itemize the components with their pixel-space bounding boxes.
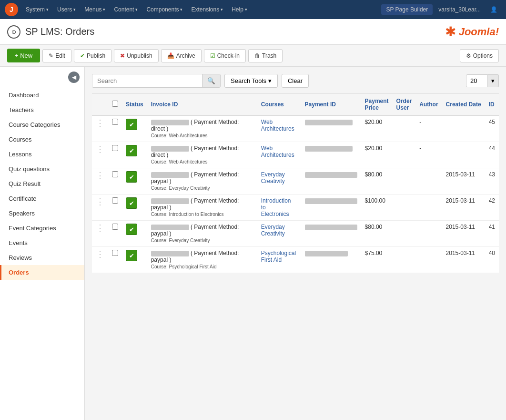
search-input[interactable] [92, 74, 202, 87]
archive-button[interactable]: 📥 Archive [161, 49, 202, 62]
row-checkbox-cell [108, 195, 122, 221]
author-cell: - [415, 142, 442, 168]
payment-price-cell: $80.00 [361, 221, 393, 247]
th-order-user[interactable]: OrderUser [393, 94, 416, 116]
table-row: ⋮ ✔ ( Payment Method: paypal ) Course: P… [92, 247, 499, 273]
row-checkbox[interactable] [112, 171, 118, 177]
trash-button[interactable]: 🗑 Trash [248, 49, 283, 62]
th-id[interactable]: ID [485, 94, 499, 116]
th-payment-id[interactable]: Payment ID [301, 94, 361, 116]
unpublish-button[interactable]: ✖ Unpublish [114, 49, 158, 62]
row-checkbox[interactable] [112, 250, 118, 256]
status-published-icon[interactable]: ✔ [126, 119, 137, 130]
per-page-dropdown-button[interactable]: ▾ [487, 74, 499, 87]
status-published-icon[interactable]: ✔ [126, 250, 137, 261]
sidebar-item-certificate[interactable]: Certificate [0, 191, 84, 206]
drag-handle-cell: ⋮ [92, 115, 108, 142]
sp-page-builder-button[interactable]: SP Page Builder [381, 4, 433, 15]
drag-handle-icon[interactable]: ⋮ [96, 223, 104, 233]
nav-content[interactable]: Content ▾ [110, 4, 142, 15]
drag-handle-icon[interactable]: ⋮ [96, 249, 104, 259]
nav-extensions[interactable]: Extensions ▾ [187, 4, 227, 15]
row-checkbox[interactable] [112, 119, 118, 125]
search-submit-button[interactable]: 🔍 [202, 74, 220, 87]
sidebar-item-courses[interactable]: Courses [0, 132, 84, 147]
publish-button[interactable]: ✔ Publish [74, 49, 111, 62]
sidebar-collapse-button[interactable]: ◀ [68, 72, 80, 83]
status-published-icon[interactable]: ✔ [126, 171, 137, 183]
row-checkbox-cell [108, 221, 122, 247]
invoice-id-link[interactable] [151, 171, 189, 178]
th-courses[interactable]: Courses [257, 94, 301, 116]
th-created-date[interactable]: Created Date [442, 94, 485, 116]
sidebar-item-quiz-questions[interactable]: Quiz questions [0, 162, 84, 176]
sidebar-item-reviews[interactable]: Reviews [0, 250, 84, 265]
joomla-icon: J [5, 3, 18, 16]
created-date-cell: 2015-03-11 [442, 168, 485, 195]
sidebar-item-events[interactable]: Events [0, 236, 84, 250]
nav-components[interactable]: Components ▾ [142, 4, 186, 15]
nav-users[interactable]: Users ▾ [53, 4, 80, 15]
select-all-checkbox[interactable] [112, 101, 118, 107]
new-button[interactable]: + New [7, 49, 40, 62]
payment-price-cell: $75.00 [361, 247, 393, 273]
th-payment-price[interactable]: PaymentPrice [361, 94, 393, 116]
user-menu[interactable]: varsita_30Lear... [435, 4, 485, 15]
courses-cell: WebArchitectures [257, 115, 301, 142]
sidebar-item-orders[interactable]: Orders [0, 265, 84, 280]
checkin-button[interactable]: ☑ Check-in [204, 49, 246, 62]
sidebar-item-lessons[interactable]: Lessons [0, 147, 84, 162]
invoice-id-link[interactable] [151, 145, 189, 152]
nav-system[interactable]: System ▾ [22, 4, 52, 15]
id-cell: 41 [485, 221, 499, 247]
user-icon[interactable]: 👤 [486, 4, 501, 15]
status-cell: ✔ [122, 115, 147, 142]
search-tools-caret-icon: ▾ [268, 77, 272, 84]
archive-icon: 📥 [167, 52, 174, 59]
table-row: ⋮ ✔ ( Payment Method: direct ) Course: W… [92, 115, 499, 142]
sidebar: ◀ Dashboard Teachers Course Categories C… [0, 67, 85, 420]
nav-help[interactable]: Help ▾ [228, 4, 251, 15]
drag-handle-icon[interactable]: ⋮ [96, 197, 104, 206]
options-button[interactable]: ⚙ Options [460, 49, 499, 62]
th-status[interactable]: Status [122, 94, 147, 116]
th-author[interactable]: Author [415, 94, 442, 116]
sidebar-item-dashboard[interactable]: Dashboard [0, 88, 84, 102]
sidebar-item-speakers[interactable]: Speakers [0, 206, 84, 221]
joomla-star-icon: ✱ [445, 24, 456, 40]
publish-icon: ✔ [80, 52, 85, 59]
row-checkbox[interactable] [112, 224, 118, 230]
status-published-icon[interactable]: ✔ [126, 197, 137, 209]
drag-handle-icon[interactable]: ⋮ [96, 171, 104, 180]
page-title: SP LMS: Orders [25, 26, 94, 37]
row-checkbox[interactable] [112, 145, 118, 151]
search-tools-button[interactable]: Search Tools ▾ [224, 74, 278, 88]
edit-icon: ✎ [49, 52, 53, 59]
th-drag [92, 94, 108, 116]
author-cell [415, 195, 442, 221]
th-invoice-id[interactable]: Invoice ID [147, 94, 257, 116]
row-checkbox-cell [108, 142, 122, 168]
orders-table: Status Invoice ID Courses Payment ID Pay… [92, 93, 499, 273]
invoice-id-link[interactable] [151, 197, 189, 204]
clear-button[interactable]: Clear [282, 74, 309, 88]
drag-handle-icon[interactable]: ⋮ [96, 144, 104, 154]
invoice-id-link[interactable] [151, 250, 189, 256]
row-checkbox[interactable] [112, 197, 118, 204]
status-published-icon[interactable]: ✔ [126, 145, 137, 156]
sidebar-item-teachers[interactable]: Teachers [0, 102, 84, 117]
drag-handle-cell: ⋮ [92, 221, 108, 247]
drag-handle-icon[interactable]: ⋮ [96, 118, 104, 128]
sidebar-item-quiz-result[interactable]: Quiz Result [0, 176, 84, 191]
sidebar-item-course-categories[interactable]: Course Categories [0, 117, 84, 132]
nav-menus[interactable]: Menus ▾ [81, 4, 109, 15]
invoice-id-link[interactable] [151, 224, 189, 230]
sidebar-item-event-categories[interactable]: Event Categories [0, 221, 84, 236]
status-published-icon[interactable]: ✔ [126, 224, 137, 235]
edit-button[interactable]: ✎ Edit [42, 49, 71, 62]
payment-id-cell [301, 142, 361, 168]
per-page-input[interactable] [466, 74, 487, 87]
invoice-id-link[interactable] [151, 119, 189, 125]
created-date-cell [442, 115, 485, 142]
author-cell: - [415, 115, 442, 142]
